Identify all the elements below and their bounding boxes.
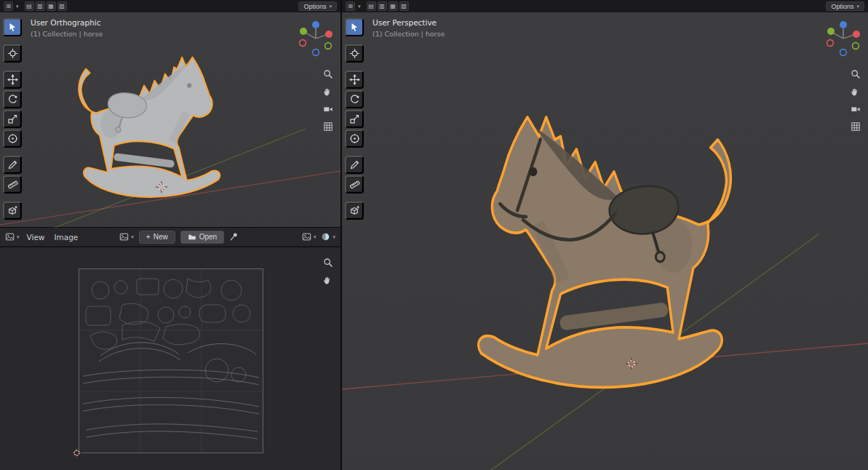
shading-mode-icon[interactable]: ▦ bbox=[389, 1, 398, 11]
options-button[interactable]: Options ▾ bbox=[298, 1, 337, 11]
chevron-down-icon: ▾ bbox=[856, 4, 859, 9]
viewport-nav-controls bbox=[323, 69, 333, 132]
pin-icon[interactable] bbox=[229, 232, 239, 242]
tool-add-cube[interactable] bbox=[345, 202, 364, 220]
tool-add-cube[interactable] bbox=[3, 202, 22, 220]
tool-measure[interactable] bbox=[3, 175, 22, 194]
uv-editor-header: ▾ View Image ▾ + New Open ▾ ▾ bbox=[0, 228, 341, 247]
camera-view-icon[interactable] bbox=[851, 104, 861, 114]
rocking-horse-model-clay[interactable] bbox=[63, 25, 240, 209]
editor-type-icon[interactable]: ⊞ bbox=[4, 1, 13, 11]
tool-scale[interactable] bbox=[345, 110, 364, 128]
tool-annotate[interactable] bbox=[345, 156, 364, 174]
viewport-nav-controls bbox=[851, 69, 861, 132]
tool-select-box[interactable] bbox=[3, 18, 22, 36]
viewport-3d-perspective[interactable]: ⊞ ▾ ▤ ▥ ▦ ▧ Options ▾ User Perspective (… bbox=[342, 0, 868, 470]
uv-nav-controls bbox=[323, 258, 333, 285]
shading-mode-icon[interactable]: ▦ bbox=[47, 1, 56, 11]
color-sphere-icon bbox=[321, 232, 330, 242]
chevron-down-icon: ▾ bbox=[131, 234, 134, 240]
image-editor-icon bbox=[5, 232, 15, 242]
chevron-down-icon: ▾ bbox=[314, 234, 316, 240]
tool-rotate[interactable] bbox=[3, 90, 22, 108]
tool-measure[interactable] bbox=[345, 175, 364, 194]
display-channels-selector[interactable]: ▾ bbox=[302, 232, 316, 242]
tool-scale[interactable] bbox=[3, 110, 22, 128]
cursor-3d-icon bbox=[155, 180, 168, 194]
plus-icon: + bbox=[146, 233, 151, 241]
pan-hand-icon[interactable] bbox=[851, 87, 861, 97]
tool-cursor-3d[interactable] bbox=[3, 44, 22, 63]
viewport-3d-orthographic[interactable]: ⊞ ▾ ▤ ▥ ▦ ▧ Options ▾ User Orthographic … bbox=[0, 0, 341, 228]
new-image-label: New bbox=[154, 233, 168, 241]
uv-wireframe-layout bbox=[79, 268, 263, 453]
new-image-button[interactable]: + New bbox=[139, 231, 175, 244]
tool-select-box[interactable] bbox=[345, 18, 364, 36]
tool-rotate[interactable] bbox=[345, 90, 364, 108]
viewport-header: ⊞ ▾ ▤ ▥ ▦ ▧ Options ▾ bbox=[342, 0, 868, 12]
editor-type-selector[interactable]: ▾ bbox=[5, 232, 20, 242]
viewport-shading-group: ▤ ▥ ▦ ▧ bbox=[367, 1, 409, 11]
cursor-3d-icon bbox=[625, 357, 638, 370]
image-icon bbox=[119, 232, 129, 242]
open-image-button[interactable]: Open bbox=[180, 231, 224, 244]
menu-view[interactable]: View bbox=[25, 233, 47, 242]
options-label: Options bbox=[831, 3, 853, 10]
tool-transform[interactable] bbox=[345, 130, 364, 148]
uv-image-editor[interactable]: ▾ View Image ▾ + New Open ▾ ▾ bbox=[0, 228, 341, 470]
viewport-shading-group: ▤ ▥ ▦ ▧ bbox=[25, 1, 67, 11]
open-image-label: Open bbox=[199, 233, 217, 241]
pan-hand-icon[interactable] bbox=[323, 275, 333, 285]
color-channel-selector[interactable]: ▾ bbox=[321, 232, 335, 242]
viewport-canvas[interactable]: User Orthographic (1) Collection | horse bbox=[0, 12, 341, 228]
zoom-icon[interactable] bbox=[323, 69, 333, 79]
chevron-down-icon: ▾ bbox=[329, 4, 332, 9]
tool-cursor-3d[interactable] bbox=[345, 44, 364, 63]
pan-hand-icon[interactable] bbox=[323, 87, 333, 97]
shading-mode-icon[interactable]: ▧ bbox=[399, 1, 409, 11]
tool-transform[interactable] bbox=[3, 130, 22, 148]
uv-canvas[interactable] bbox=[0, 247, 341, 470]
tool-move[interactable] bbox=[3, 71, 22, 89]
tool-shelf bbox=[345, 18, 364, 220]
rocking-horse-model-textured[interactable] bbox=[442, 56, 760, 410]
zoom-icon[interactable] bbox=[323, 258, 333, 268]
render-slot-icon bbox=[302, 232, 311, 242]
options-button[interactable]: Options ▾ bbox=[826, 1, 864, 11]
editor-type-icon[interactable]: ⊞ bbox=[346, 1, 355, 11]
navigation-gizmo[interactable] bbox=[295, 18, 336, 59]
chevron-down-icon: ▾ bbox=[16, 4, 19, 9]
chevron-down-icon: ▾ bbox=[333, 234, 335, 240]
viewport-header: ⊞ ▾ ▤ ▥ ▦ ▧ Options ▾ bbox=[0, 0, 341, 12]
navigation-gizmo[interactable] bbox=[823, 18, 864, 59]
menu-image[interactable]: Image bbox=[52, 233, 80, 242]
shading-mode-icon[interactable]: ▥ bbox=[378, 1, 387, 11]
zoom-icon[interactable] bbox=[851, 69, 861, 79]
cursor-2d-icon bbox=[71, 447, 82, 458]
folder-icon bbox=[188, 233, 196, 242]
options-label: Options bbox=[303, 3, 326, 10]
tool-shelf bbox=[3, 18, 22, 220]
viewport-canvas[interactable]: User Perspective (1) Collection | horse bbox=[342, 12, 868, 470]
grid-ortho-icon[interactable] bbox=[323, 122, 333, 132]
tool-annotate[interactable] bbox=[3, 156, 22, 174]
image-browse-selector[interactable]: ▾ bbox=[119, 232, 134, 242]
chevron-down-icon: ▾ bbox=[17, 234, 20, 240]
shading-mode-icon[interactable]: ▥ bbox=[36, 1, 45, 11]
tool-move[interactable] bbox=[345, 71, 364, 89]
chevron-down-icon: ▾ bbox=[358, 4, 361, 9]
shading-mode-icon[interactable]: ▧ bbox=[57, 1, 67, 11]
grid-ortho-icon[interactable] bbox=[851, 122, 861, 132]
shading-mode-icon[interactable]: ▤ bbox=[367, 1, 376, 11]
shading-mode-icon[interactable]: ▤ bbox=[25, 1, 34, 11]
camera-view-icon[interactable] bbox=[323, 104, 333, 114]
